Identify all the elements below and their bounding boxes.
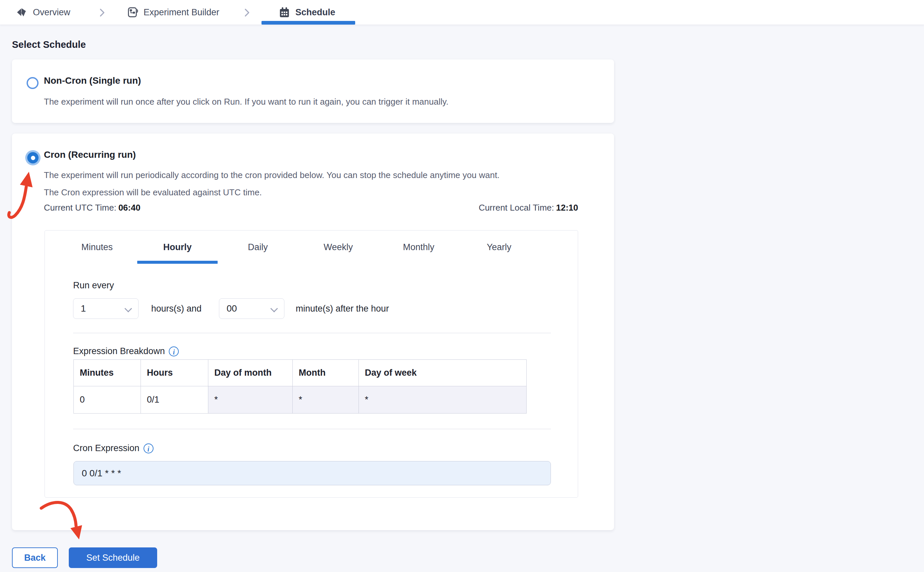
cron-radio[interactable] <box>25 150 40 165</box>
current-utc-time: Current UTC Time:06:40 <box>44 203 140 214</box>
hours-select[interactable]: 1 <box>73 298 138 319</box>
info-icon[interactable]: i <box>169 347 179 356</box>
cron-title: Cron (Recurring run) <box>44 149 136 160</box>
experiment-builder-icon <box>127 6 138 18</box>
active-tab-underline <box>261 21 355 25</box>
cron-option-card: Cron (Recurring run) The experiment will… <box>12 134 614 530</box>
expression-breakdown-table: Minutes Hours Day of month Month Day of … <box>73 359 527 413</box>
cron-expression-input[interactable] <box>73 461 551 485</box>
breadcrumb-overview[interactable]: Overview <box>16 0 70 25</box>
breakdown-month-value: * <box>293 386 359 413</box>
column-header: Hours <box>141 360 208 386</box>
table-row: 0 0/1 * * * <box>74 386 527 413</box>
local-time-value: 12:10 <box>556 203 579 213</box>
section-divider <box>73 333 551 333</box>
breadcrumb-experiment-builder[interactable]: Experiment Builder <box>127 0 219 25</box>
top-bar: Overview Experiment Builder <box>0 0 924 25</box>
tab-schedule-label: Schedule <box>296 7 335 18</box>
minutes-select[interactable]: 00 <box>219 298 285 319</box>
overview-icon <box>16 6 28 18</box>
breadcrumb-experiment-builder-label: Experiment Builder <box>143 7 219 18</box>
breakdown-day-of-month-value: * <box>208 386 293 413</box>
column-header: Day of month <box>208 360 293 386</box>
chevron-down-icon <box>124 305 132 312</box>
minutes-select-value: 00 <box>227 303 237 314</box>
breakdown-day-of-week-value: * <box>359 386 527 413</box>
non-cron-description: The experiment will run once after you c… <box>44 97 448 107</box>
back-button[interactable]: Back <box>12 547 58 568</box>
hours-suffix-label: hours(s) and <box>151 298 202 319</box>
tab-daily[interactable]: Daily <box>218 230 298 264</box>
tab-minutes[interactable]: Minutes <box>57 230 137 264</box>
tab-weekly[interactable]: Weekly <box>298 230 378 264</box>
tab-hourly[interactable]: Hourly <box>137 230 218 264</box>
expression-breakdown-label: Expression Breakdown i <box>73 346 179 356</box>
column-header: Month <box>293 360 359 386</box>
utc-time-value: 06:40 <box>118 203 140 213</box>
breadcrumb-overview-label: Overview <box>33 7 70 18</box>
cron-frequency-tabs: Minutes Hourly Daily Weekly Monthly Year… <box>57 230 539 264</box>
tab-monthly[interactable]: Monthly <box>378 230 459 264</box>
breakdown-minutes-value: 0 <box>74 386 141 413</box>
cron-scheduler-panel: Minutes Hourly Daily Weekly Monthly Year… <box>45 230 578 497</box>
breakdown-hours-value: 0/1 <box>141 386 208 413</box>
non-cron-radio[interactable] <box>26 77 39 89</box>
page-title: Select Schedule <box>12 39 86 50</box>
tab-yearly[interactable]: Yearly <box>459 230 539 264</box>
chevron-right-icon <box>244 8 249 17</box>
time-row: Current UTC Time:06:40 Current Local Tim… <box>44 203 578 214</box>
calendar-icon <box>278 6 290 18</box>
non-cron-option-card: Non-Cron (Single run) The experiment wil… <box>12 59 614 123</box>
hours-select-value: 1 <box>81 303 86 314</box>
cron-description-1: The experiment will run periodically acc… <box>44 170 500 180</box>
cron-description-2: The Cron expression will be evaluated ag… <box>44 187 262 197</box>
info-icon[interactable]: i <box>143 443 154 454</box>
chevron-down-icon <box>271 305 278 312</box>
schedule-page: Overview Experiment Builder <box>0 0 924 572</box>
cron-expression-label: Cron Expression i <box>73 443 154 454</box>
table-header-row: Minutes Hours Day of month Month Day of … <box>74 360 527 386</box>
column-header: Minutes <box>74 360 141 386</box>
current-local-time: Current Local Time:12:10 <box>479 203 578 214</box>
chevron-right-icon <box>100 8 105 17</box>
non-cron-title: Non-Cron (Single run) <box>44 75 141 86</box>
run-every-label: Run every <box>73 280 114 291</box>
column-header: Day of week <box>359 360 527 386</box>
minutes-suffix-label: minute(s) after the hour <box>296 298 389 319</box>
set-schedule-button[interactable]: Set Schedule <box>69 547 157 568</box>
